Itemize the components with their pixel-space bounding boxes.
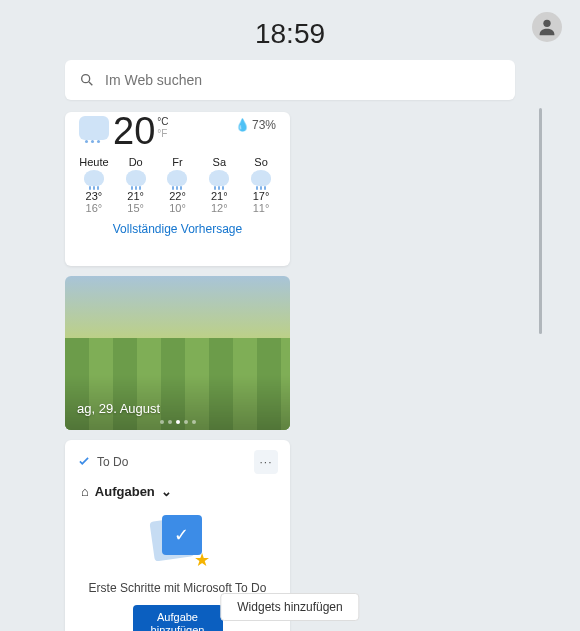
weather-day-icon — [167, 170, 187, 186]
weather-full-forecast-link[interactable]: Vollständige Vorhersage — [73, 222, 282, 236]
droplet-icon: 💧 — [235, 118, 250, 132]
todo-add-task-button[interactable]: Aufgabehinzufügen — [133, 605, 223, 631]
todo-title: To Do — [97, 455, 248, 469]
chevron-down-icon: ⌄ — [161, 484, 172, 499]
user-icon — [536, 16, 558, 38]
weather-temp: 20 — [113, 112, 155, 150]
weather-unit[interactable]: °C °F — [157, 116, 168, 140]
photo-image — [65, 338, 290, 430]
photo-pagination[interactable] — [160, 420, 196, 424]
weather-widget[interactable]: 20 °C °F 💧 73% Heute23°16°Do21°15°Fr22°1… — [65, 112, 290, 266]
weather-day-icon — [126, 170, 146, 186]
weather-current-icon — [79, 116, 109, 140]
weather-forecast-row: Heute23°16°Do21°15°Fr22°10°Sa21°12°So17°… — [73, 156, 282, 214]
home-icon: ⌂ — [81, 484, 89, 499]
weather-day[interactable]: Heute23°16° — [76, 156, 112, 214]
weather-day-icon — [84, 170, 104, 186]
todo-list-selector[interactable]: ⌂ Aufgaben ⌄ — [77, 484, 172, 499]
weather-day[interactable]: Fr22°10° — [159, 156, 195, 214]
todo-illustration: ✓★ — [148, 513, 208, 569]
photo-widget[interactable]: ag, 29. August — [65, 276, 290, 430]
widget-area: 20 °C °F 💧 73% Heute23°16°Do21°15°Fr22°1… — [0, 112, 580, 631]
weather-day-icon — [251, 170, 271, 186]
todo-more-button[interactable]: ··· — [254, 450, 278, 474]
add-widgets-button[interactable]: Widgets hinzufügen — [220, 593, 359, 621]
svg-line-2 — [89, 82, 92, 85]
weather-day[interactable]: Sa21°12° — [201, 156, 237, 214]
weather-day[interactable]: Do21°15° — [118, 156, 154, 214]
weather-day[interactable]: So17°11° — [243, 156, 279, 214]
search-input[interactable] — [105, 72, 501, 88]
avatar[interactable] — [532, 12, 562, 42]
clock: 18:59 — [255, 18, 325, 50]
scrollbar-thumb[interactable] — [539, 108, 542, 334]
svg-point-1 — [82, 75, 90, 83]
photo-caption: ag, 29. August — [77, 401, 160, 416]
header: 18:59 — [0, 0, 580, 60]
search-icon — [79, 72, 95, 88]
todo-icon — [77, 455, 91, 469]
svg-point-0 — [543, 20, 550, 27]
weather-day-icon — [209, 170, 229, 186]
search-box[interactable] — [65, 60, 515, 100]
weather-humidity: 💧 73% — [235, 118, 276, 132]
